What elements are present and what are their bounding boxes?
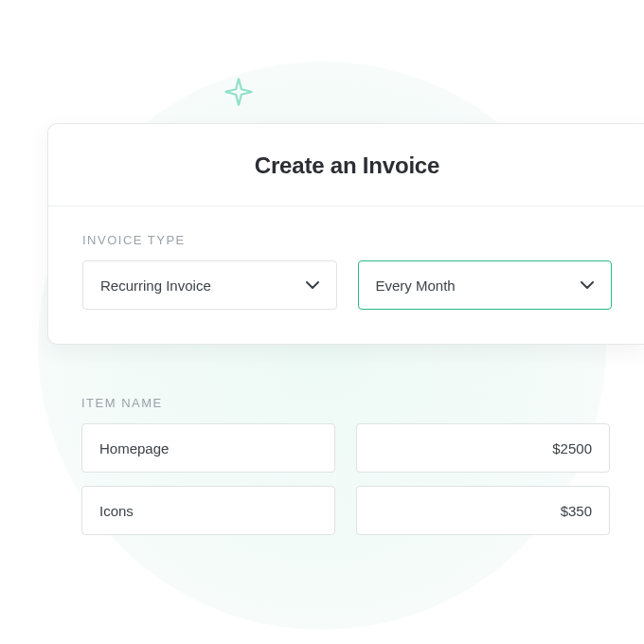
invoice-type-label: INVOICE TYPE	[82, 233, 612, 247]
item-name-label: ITEM NAME	[81, 396, 610, 410]
items-section: ITEM NAME Homepage $2500 Icons $350	[81, 396, 610, 548]
item-price-value: $350	[561, 503, 592, 519]
chevron-down-icon	[306, 281, 319, 289]
sparkle-icon	[223, 76, 255, 108]
item-row: Homepage $2500	[81, 423, 610, 473]
item-name-field[interactable]: Icons	[81, 486, 335, 535]
item-name-value: Homepage	[99, 440, 169, 456]
frequency-select[interactable]: Every Month	[358, 260, 613, 310]
invoice-type-select[interactable]: Recurring Invoice	[82, 260, 337, 310]
item-name-field[interactable]: Homepage	[81, 423, 335, 473]
card-body: INVOICE TYPE Recurring Invoice Every Mon…	[48, 206, 644, 344]
card-title: Create an Invoice	[67, 152, 627, 179]
chevron-down-icon	[581, 281, 594, 289]
card-header: Create an Invoice	[48, 124, 644, 206]
invoice-type-value: Recurring Invoice	[100, 277, 211, 294]
item-price-value: $2500	[552, 440, 592, 456]
frequency-value: Every Month	[376, 277, 456, 294]
item-name-value: Icons	[99, 503, 134, 519]
item-price-field[interactable]: $350	[356, 486, 610, 535]
select-row: Recurring Invoice Every Month	[82, 260, 612, 310]
invoice-card: Create an Invoice INVOICE TYPE Recurring…	[47, 123, 644, 345]
item-row: Icons $350	[81, 486, 610, 535]
item-price-field[interactable]: $2500	[356, 423, 610, 473]
